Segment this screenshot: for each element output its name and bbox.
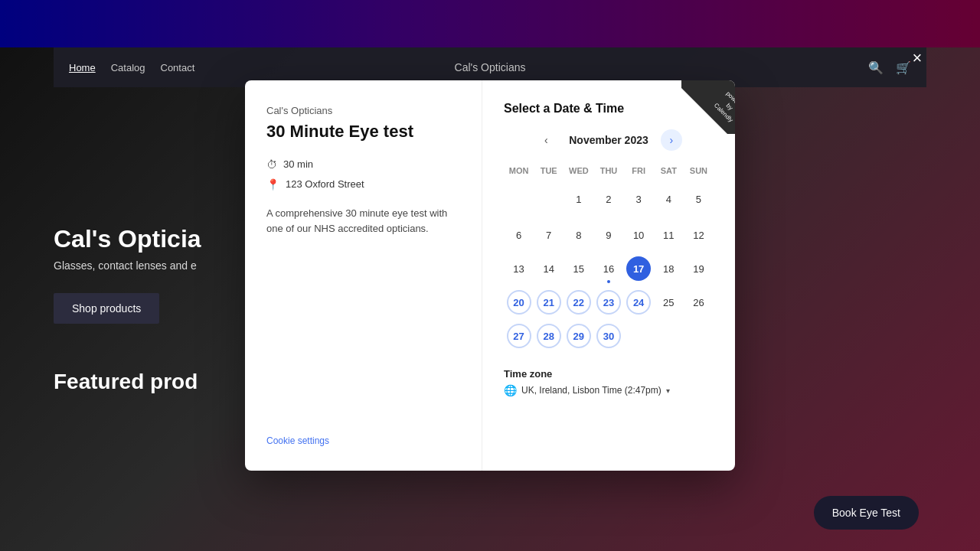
cal-cell-19: 19: [684, 253, 714, 285]
modal-left-panel: Cal's Opticians 30 Minute Eye test ⏱ 30 …: [245, 80, 482, 471]
cookie-settings-link[interactable]: Cookie settings: [266, 435, 460, 446]
cal-day-30[interactable]: 30: [596, 324, 621, 348]
cal-day-17[interactable]: 17: [626, 256, 651, 281]
cal-day-3: 3: [626, 187, 651, 211]
calendly-badge: poweredbyCalendly: [681, 80, 735, 134]
cal-day-2: 2: [596, 187, 621, 211]
cal-cell-30[interactable]: 30: [593, 320, 623, 354]
cal-cell-18: 18: [654, 253, 684, 285]
cal-cell-29[interactable]: 29: [564, 320, 593, 354]
cal-cell-empty: [654, 320, 684, 354]
cal-cell-3: 3: [624, 183, 654, 217]
cal-cell-22[interactable]: 22: [564, 286, 593, 318]
cal-day-25: 25: [656, 290, 681, 315]
cal-day-14: 14: [537, 256, 561, 281]
site-content: Cal's Opticia Glasses, contact lenses an…: [54, 87, 201, 394]
month-label: November 2023: [569, 134, 648, 146]
featured-title: Featured prod: [54, 370, 201, 394]
calendar-header-row: MON TUE WED THU FRI SAT SUN: [504, 163, 714, 181]
cal-day-4: 4: [656, 187, 681, 211]
cal-day-24[interactable]: 24: [626, 290, 651, 315]
globe-icon: 🌐: [504, 384, 517, 396]
day-header-mon: MON: [504, 163, 534, 181]
cal-day-19: 19: [686, 256, 710, 281]
calendar-week-4: 20 21 22 23 24 25 26: [504, 286, 714, 318]
cal-cell-16: 16: [593, 253, 623, 285]
timezone-label: Time zone: [504, 368, 714, 380]
cal-day-12: 12: [686, 223, 710, 247]
cal-day-13: 13: [507, 256, 531, 281]
calendar-week-1: 1 2 3 4 5: [504, 183, 714, 217]
modal-title: 30 Minute Eye test: [266, 121, 460, 143]
day-header-fri: FRI: [624, 163, 654, 181]
search-icon[interactable]: 🔍: [868, 60, 884, 75]
nav-links: Home Catalog Contact: [69, 62, 194, 73]
cal-cell-12: 12: [684, 219, 714, 251]
hero-title: Cal's Opticia: [54, 225, 201, 253]
cal-day-16: 16: [596, 256, 621, 281]
calendar-week-2: 6 7 8 9 10 11 12: [504, 219, 714, 251]
cal-cell-21[interactable]: 21: [534, 286, 564, 318]
book-eye-test-button[interactable]: Book Eye Test: [814, 496, 919, 530]
cal-cell-28[interactable]: 28: [534, 320, 564, 354]
cal-cell-8: 8: [564, 219, 593, 251]
cal-day-8: 8: [567, 223, 591, 247]
cal-day-28[interactable]: 28: [537, 324, 561, 348]
location-text: 123 Oxford Street: [286, 178, 364, 190]
cal-day-18: 18: [656, 256, 681, 281]
shop-products-button[interactable]: Shop products: [54, 293, 159, 324]
modal-right-panel: poweredbyCalendly Select a Date & Time ‹…: [482, 80, 735, 471]
cal-cell-1: 1: [564, 183, 593, 217]
modal-location: 📍 123 Oxford Street: [266, 178, 460, 191]
cal-cell-11: 11: [654, 219, 684, 251]
nav-link-contact[interactable]: Contact: [161, 62, 195, 73]
dropdown-arrow-icon: ▾: [666, 386, 670, 395]
location-icon: 📍: [266, 178, 279, 191]
cal-cell-9: 9: [593, 219, 623, 251]
cal-day-29[interactable]: 29: [567, 324, 591, 348]
cal-day-20[interactable]: 20: [507, 290, 531, 315]
day-header-sun: SUN: [684, 163, 714, 181]
cal-day-7: 7: [537, 223, 561, 247]
timezone-section: Time zone 🌐 UK, Ireland, Lisbon Time (2:…: [504, 368, 714, 396]
cal-cell-7: 7: [534, 219, 564, 251]
hero-subtitle: Glasses, contact lenses and e: [54, 259, 201, 272]
day-header-tue: TUE: [534, 163, 564, 181]
cal-cell-15: 15: [564, 253, 593, 285]
cal-day-6: 6: [507, 223, 531, 247]
nav-link-catalog[interactable]: Catalog: [111, 62, 145, 73]
modal-wrapper: Cal's Opticians 30 Minute Eye test ⏱ 30 …: [245, 80, 735, 471]
nav-icons: 🔍 🛒: [868, 60, 911, 75]
cal-cell-20[interactable]: 20: [504, 286, 534, 318]
day-header-sat: SAT: [654, 163, 684, 181]
cal-cell-23[interactable]: 23: [593, 286, 623, 318]
cal-cell-10: 10: [624, 219, 654, 251]
cal-cell-13: 13: [504, 253, 534, 285]
timezone-selector[interactable]: 🌐 UK, Ireland, Lisbon Time (2:47pm) ▾: [504, 384, 714, 396]
cal-cell: [534, 183, 564, 217]
next-month-button[interactable]: ›: [661, 129, 682, 151]
calendar-week-5: 27 28 29 30: [504, 320, 714, 354]
cal-cell-2: 2: [593, 183, 623, 217]
modal-close-button[interactable]: ×: [906, 47, 928, 69]
cal-day-27[interactable]: 27: [507, 324, 531, 348]
cal-day-21[interactable]: 21: [537, 290, 561, 315]
cal-cell-5: 5: [684, 183, 714, 217]
calendar-grid: MON TUE WED THU FRI SAT SUN 1 2 3 4 5: [504, 163, 714, 354]
cal-day-23[interactable]: 23: [596, 290, 621, 315]
nav-link-home[interactable]: Home: [69, 62, 96, 73]
clock-icon: ⏱: [266, 158, 277, 171]
day-header-wed: WED: [564, 163, 593, 181]
cal-day-22[interactable]: 22: [567, 290, 591, 315]
modal-duration: ⏱ 30 min: [266, 158, 460, 171]
booking-modal: Cal's Opticians 30 Minute Eye test ⏱ 30 …: [245, 80, 735, 471]
modal-provider: Cal's Opticians: [266, 105, 460, 116]
prev-month-button[interactable]: ‹: [535, 129, 557, 151]
modal-description: A comprehensive 30 minute eye test with …: [266, 206, 460, 238]
timezone-value: UK, Ireland, Lisbon Time (2:47pm): [521, 385, 662, 396]
cal-cell-24[interactable]: 24: [624, 286, 654, 318]
cal-cell-27[interactable]: 27: [504, 320, 534, 354]
cal-cell-17: 17: [624, 253, 654, 285]
cal-day-10: 10: [626, 223, 651, 247]
cal-cell: [504, 183, 534, 217]
